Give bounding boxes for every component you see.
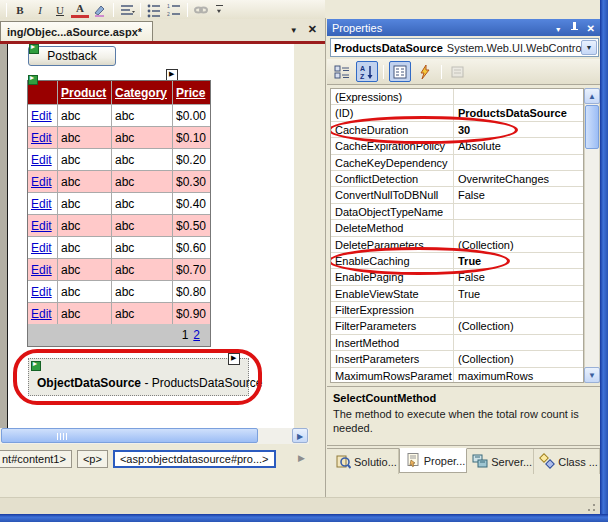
gridview-cell: $0.10: [172, 127, 210, 148]
gridview-cell: Edit: [28, 281, 57, 302]
property-value[interactable]: 30: [454, 122, 583, 137]
property-row[interactable]: EnableCachingTrue: [331, 253, 583, 269]
bold-button[interactable]: B: [11, 2, 29, 18]
pgrid-scroll-thumb[interactable]: [585, 105, 599, 149]
properties-titlebar[interactable]: Properties: [327, 19, 600, 36]
auto-hide-pin-icon[interactable]: [570, 22, 579, 33]
property-value[interactable]: [454, 155, 583, 170]
close-panel-icon[interactable]: [587, 22, 595, 34]
property-row[interactable]: EnablePagingFalse: [331, 269, 583, 285]
property-value[interactable]: True: [454, 286, 583, 301]
property-value[interactable]: [454, 220, 583, 235]
tab-list-dropdown-icon[interactable]: [290, 23, 298, 36]
toolbar-overflow-icon[interactable]: [212, 2, 226, 18]
property-row[interactable]: CacheExpirationPolicyAbsolute: [331, 138, 583, 154]
underline-button[interactable]: U: [51, 2, 69, 18]
edit-link[interactable]: Edit: [31, 263, 52, 277]
objectdatasource-smart-tag[interactable]: [228, 353, 240, 365]
property-row[interactable]: DeleteParameters(Collection): [331, 237, 583, 253]
property-value[interactable]: [454, 302, 583, 317]
property-value[interactable]: True: [454, 253, 583, 268]
tool-window-tab-properties[interactable]: Proper...: [399, 448, 468, 473]
bullet-list-button[interactable]: [145, 2, 163, 18]
objectdatasource-control[interactable]: ObjectDataSource - ProductsDataSource: [28, 358, 249, 396]
property-value[interactable]: False: [454, 269, 583, 284]
postback-button[interactable]: Postback: [28, 46, 116, 66]
az-sort-button[interactable]: AZ: [356, 61, 378, 82]
edit-link[interactable]: Edit: [31, 219, 52, 233]
property-value[interactable]: False: [454, 187, 583, 202]
property-row[interactable]: (Expressions): [331, 89, 583, 105]
column-header-category[interactable]: Category: [111, 81, 172, 104]
edit-link[interactable]: Edit: [31, 131, 52, 145]
property-value[interactable]: Absolute: [454, 138, 583, 153]
document-tab[interactable]: ing/Objec...aSource.aspx*: [0, 21, 153, 41]
property-row[interactable]: ConvertNullToDBNullFalse: [331, 187, 583, 203]
object-selector-dropdown[interactable]: ProductsDataSource System.Web.UI.WebCont…: [330, 38, 599, 57]
property-value[interactable]: [454, 89, 583, 104]
edit-link[interactable]: Edit: [31, 197, 52, 211]
property-row[interactable]: FilterExpression: [331, 302, 583, 318]
edit-link[interactable]: Edit: [31, 153, 52, 167]
prop-list-button[interactable]: [389, 61, 411, 82]
column-header-product[interactable]: Product: [57, 81, 111, 104]
property-row[interactable]: (ID)ProductsDataSource: [331, 105, 583, 121]
highlight-button[interactable]: [91, 2, 109, 18]
property-value[interactable]: [454, 335, 583, 350]
property-row[interactable]: EnableViewStateTrue: [331, 286, 583, 302]
gridview-cell: $0.80: [172, 281, 210, 302]
numbered-list-button[interactable]: 12: [165, 2, 183, 18]
property-row[interactable]: InsertMethod: [331, 335, 583, 351]
italic-button[interactable]: I: [31, 2, 49, 18]
pgrid-scroll-up-icon[interactable]: ▲: [584, 88, 600, 104]
tag-navigator-item[interactable]: <asp:objectdatasource#pro...>: [113, 450, 276, 468]
tool-window-tab-server-explorer[interactable]: Server...: [467, 449, 534, 474]
alignment-button[interactable]: [118, 2, 136, 18]
close-document-icon[interactable]: [308, 23, 317, 36]
window-position-icon[interactable]: [555, 22, 562, 34]
property-row[interactable]: InsertParameters(Collection): [331, 351, 583, 367]
resize-grip[interactable]: [584, 500, 596, 512]
property-row[interactable]: MaximumRowsParametmaximumRows: [331, 368, 583, 383]
property-row[interactable]: DataObjectTypeName: [331, 204, 583, 220]
edit-link[interactable]: Edit: [31, 307, 52, 321]
tool-window-tab-solution-explorer[interactable]: Solutio...: [330, 449, 399, 474]
property-row[interactable]: ConflictDetectionOverwriteChanges: [331, 171, 583, 187]
edit-link[interactable]: Edit: [31, 109, 52, 123]
pgrid-scroll-down-icon[interactable]: ▼: [584, 367, 600, 383]
property-value[interactable]: OverwriteChanges: [454, 171, 583, 186]
property-value[interactable]: ProductsDataSource: [454, 105, 583, 120]
property-grid-scrollbar[interactable]: ▲ ▼: [584, 88, 600, 383]
tag-navigator-item[interactable]: nt#content1>: [0, 450, 72, 468]
hscroll-right-icon[interactable]: ▶: [292, 428, 308, 443]
edit-link[interactable]: Edit: [31, 241, 52, 255]
property-value[interactable]: maximumRows: [454, 368, 583, 383]
property-row[interactable]: DeleteMethod: [331, 220, 583, 236]
designer-horizontal-scrollbar[interactable]: ▶: [0, 428, 309, 444]
edit-link[interactable]: Edit: [31, 285, 52, 299]
tool-window-tab-class-view[interactable]: Class ...: [534, 449, 600, 474]
tag-navigator-item[interactable]: <p>: [77, 450, 108, 468]
gridview-row: Editabcabc$0.70: [28, 258, 210, 280]
prop-pages-button[interactable]: [447, 61, 469, 82]
column-header-price[interactable]: Price: [172, 81, 210, 104]
hscroll-thumb[interactable]: [1, 428, 258, 443]
hyperlink-button[interactable]: [192, 2, 210, 18]
pager-page-link[interactable]: 2: [193, 328, 200, 342]
property-name: DeleteParameters: [331, 237, 454, 252]
property-row[interactable]: CacheKeyDependency: [331, 155, 583, 171]
document-tab-label: ing/Objec...aSource.aspx*: [7, 26, 142, 38]
property-value[interactable]: (Collection): [454, 351, 583, 366]
edit-link[interactable]: Edit: [31, 175, 52, 189]
font-color-button[interactable]: A: [71, 2, 89, 18]
property-value[interactable]: [454, 204, 583, 219]
property-name: (Expressions): [331, 89, 454, 104]
property-value[interactable]: (Collection): [454, 237, 583, 252]
events-button[interactable]: [414, 61, 436, 82]
property-row[interactable]: CacheDuration30: [331, 122, 583, 138]
object-selector-arrow-icon[interactable]: ▼: [581, 40, 597, 55]
property-row[interactable]: FilterParameters(Collection): [331, 318, 583, 334]
categorized-button[interactable]: [331, 61, 353, 82]
vs-window: BIUA12 ing/Objec...aSource.aspx* Postbac…: [0, 0, 608, 522]
property-value[interactable]: (Collection): [454, 318, 583, 333]
